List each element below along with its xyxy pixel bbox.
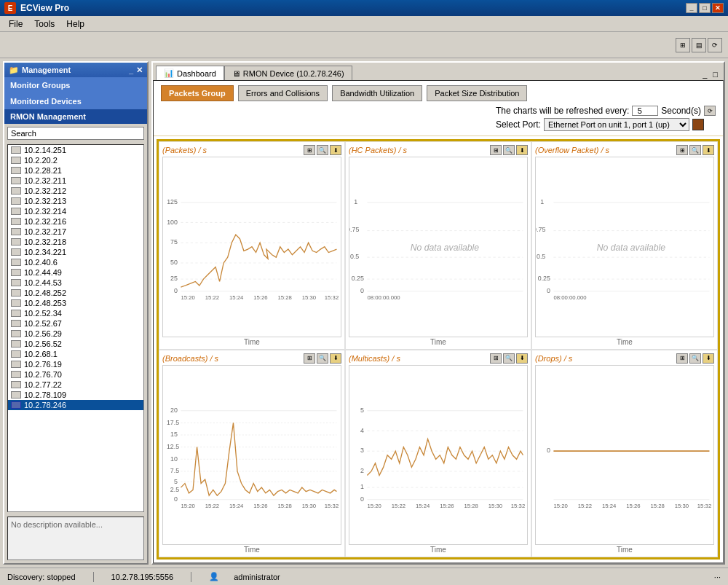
- device-list[interactable]: 10.2.14.251 10.2.20.2 10.2.28.21 10.2.32…: [7, 144, 144, 512]
- packet-size-distribution-button[interactable]: Packet Size Distribution: [427, 85, 527, 101]
- list-item[interactable]: 10.2.48.253: [8, 298, 143, 308]
- bandwidth-utilization-button[interactable]: Bandwidth Utilization: [332, 85, 422, 101]
- nav-monitor-groups[interactable]: Monitor Groups: [4, 77, 147, 93]
- search-input[interactable]: [7, 127, 144, 140]
- list-item[interactable]: 10.2.32.216: [8, 216, 143, 227]
- svg-text:0.75: 0.75: [349, 226, 359, 233]
- rmon-tab-icon: 🖥: [232, 69, 240, 78]
- list-item[interactable]: 10.2.32.213: [8, 196, 143, 206]
- list-item[interactable]: 10.2.40.6: [8, 257, 143, 267]
- app-icon: E: [4, 2, 16, 14]
- chart-drops-export-btn[interactable]: ⬇: [703, 353, 714, 364]
- list-item[interactable]: 10.2.52.34: [8, 308, 143, 318]
- nav-rmon-management[interactable]: RMON Management: [4, 109, 147, 124]
- list-item[interactable]: 10.2.14.251: [8, 145, 143, 155]
- panel-maximize[interactable]: □: [710, 68, 721, 80]
- svg-text:0: 0: [360, 287, 364, 294]
- svg-text:No data available: No data available: [411, 243, 479, 253]
- device-icon: [11, 391, 21, 398]
- list-item[interactable]: 10.2.78.109: [8, 390, 143, 400]
- toolbar-btn-3[interactable]: ⟳: [708, 38, 722, 52]
- chart-packets-export-btn[interactable]: ⬇: [330, 145, 341, 155]
- refresh-value-input[interactable]: [632, 106, 658, 116]
- list-item[interactable]: 10.2.32.212: [8, 186, 143, 196]
- chart-multicasts-table-btn[interactable]: ⊞: [490, 353, 502, 364]
- close-button[interactable]: ✕: [712, 3, 724, 13]
- minimize-button[interactable]: _: [686, 3, 697, 13]
- tab-bar: 📊 Dashboard 🖥 RMON Device (10.2.78.246) …: [153, 63, 724, 80]
- chart-overflow-timelabel: Time: [535, 338, 714, 346]
- chart-hc-zoom-btn[interactable]: 🔍: [503, 145, 515, 155]
- device-icon: [11, 146, 21, 154]
- chart-multicasts-zoom-btn[interactable]: 🔍: [503, 353, 515, 364]
- list-item[interactable]: 10.2.44.49: [8, 267, 143, 278]
- svg-text:75: 75: [170, 238, 178, 246]
- chart-broadcasts-zoom-btn[interactable]: 🔍: [317, 353, 328, 364]
- chart-overflow-export-btn[interactable]: ⬇: [703, 145, 714, 155]
- svg-text:15:20: 15:20: [553, 502, 567, 509]
- chart-drops-table-btn[interactable]: ⊞: [676, 353, 688, 364]
- list-item[interactable]: 10.2.68.1: [8, 349, 143, 359]
- chart-packets: (Packets) / s ⊞ 🔍 ⬇ 125 100 75: [159, 141, 345, 350]
- chart-broadcasts-table-btn[interactable]: ⊞: [304, 353, 315, 364]
- chart-packets-table-btn[interactable]: ⊞: [304, 145, 315, 155]
- list-item[interactable]: 10.2.34.221: [8, 247, 143, 257]
- toolbar-btn-2[interactable]: ▤: [692, 38, 706, 52]
- list-item[interactable]: 10.2.76.19: [8, 359, 143, 369]
- refresh-button[interactable]: ⟳: [704, 106, 716, 116]
- menu-tools[interactable]: Tools: [28, 17, 60, 31]
- chart-drops-timelabel: Time: [535, 546, 714, 554]
- list-item[interactable]: 10.2.28.21: [8, 165, 143, 176]
- port-select[interactable]: Ethernet Port on unit 1, port 1 (up): [544, 118, 689, 131]
- list-item[interactable]: 10.2.52.67: [8, 318, 143, 329]
- list-item[interactable]: 10.2.32.217: [8, 227, 143, 237]
- list-item[interactable]: 10.2.77.22: [8, 380, 143, 390]
- tab-rmon-device[interactable]: 🖥 RMON Device (10.2.78.246): [224, 66, 352, 80]
- nav-monitored-devices[interactable]: Monitored Devices: [4, 93, 147, 109]
- list-item[interactable]: 10.2.76.70: [8, 369, 143, 380]
- panel-minimize[interactable]: _: [700, 68, 710, 80]
- svg-text:15:30: 15:30: [302, 502, 316, 509]
- chart-broadcasts: (Broadcasts) / s ⊞ 🔍 ⬇ 20 17.5 15 12.5: [159, 350, 345, 558]
- list-item[interactable]: 10.2.32.218: [8, 237, 143, 247]
- list-item[interactable]: 10.2.32.211: [8, 176, 143, 186]
- chart-overflow-table-btn[interactable]: ⊞: [676, 145, 688, 155]
- chart-hc-table-btn[interactable]: ⊞: [490, 145, 502, 155]
- chart-packets-zoom-btn[interactable]: 🔍: [317, 145, 328, 155]
- svg-text:15:28: 15:28: [464, 502, 478, 509]
- chart-overflow-zoom-btn[interactable]: 🔍: [689, 145, 701, 155]
- svg-text:15:20: 15:20: [181, 502, 194, 509]
- list-item[interactable]: 10.2.56.29: [8, 329, 143, 339]
- status-bar: Discovery: stopped 10.2.78.195:5556 👤 ad…: [0, 568, 728, 585]
- left-panel-close[interactable]: ✕: [136, 66, 143, 75]
- user-status: administrator: [234, 573, 280, 581]
- svg-text:0.5: 0.5: [537, 253, 545, 260]
- errors-collisions-button[interactable]: Errors and Collisions: [238, 85, 328, 101]
- menu-help[interactable]: Help: [60, 17, 90, 31]
- svg-text:0.25: 0.25: [352, 275, 364, 282]
- list-item[interactable]: 10.2.32.214: [8, 206, 143, 216]
- menu-file[interactable]: File: [3, 17, 28, 31]
- chart-multicasts-export-btn[interactable]: ⬇: [516, 353, 528, 364]
- chart-hc-export-btn[interactable]: ⬇: [516, 145, 528, 155]
- device-icon: [11, 167, 21, 174]
- toolbar-btn-1[interactable]: ⊞: [676, 38, 690, 52]
- svg-text:15:20: 15:20: [367, 502, 381, 509]
- packets-group-button[interactable]: Packets Group: [161, 85, 234, 101]
- chart-broadcasts-export-btn[interactable]: ⬇: [330, 353, 341, 364]
- left-panel-minimize[interactable]: _: [129, 66, 133, 74]
- svg-text:7.5: 7.5: [170, 467, 179, 474]
- refresh-unit: Second(s): [661, 106, 701, 116]
- list-item[interactable]: 10.2.44.53: [8, 278, 143, 288]
- chart-drops-zoom-btn[interactable]: 🔍: [689, 353, 701, 364]
- right-panel: 📊 Dashboard 🖥 RMON Device (10.2.78.246) …: [151, 61, 725, 565]
- list-item[interactable]: 10.2.48.252: [8, 288, 143, 298]
- svg-text:5: 5: [360, 406, 364, 413]
- tab-dashboard[interactable]: 📊 Dashboard: [156, 66, 224, 80]
- maximize-button[interactable]: □: [699, 3, 711, 13]
- list-item[interactable]: 10.2.56.52: [8, 339, 143, 349]
- list-item[interactable]: 10.2.20.2: [8, 155, 143, 165]
- device-icon: [11, 340, 21, 348]
- list-item-selected[interactable]: 10.2.78.246: [8, 400, 143, 410]
- window-controls: _ □ ✕: [686, 3, 724, 13]
